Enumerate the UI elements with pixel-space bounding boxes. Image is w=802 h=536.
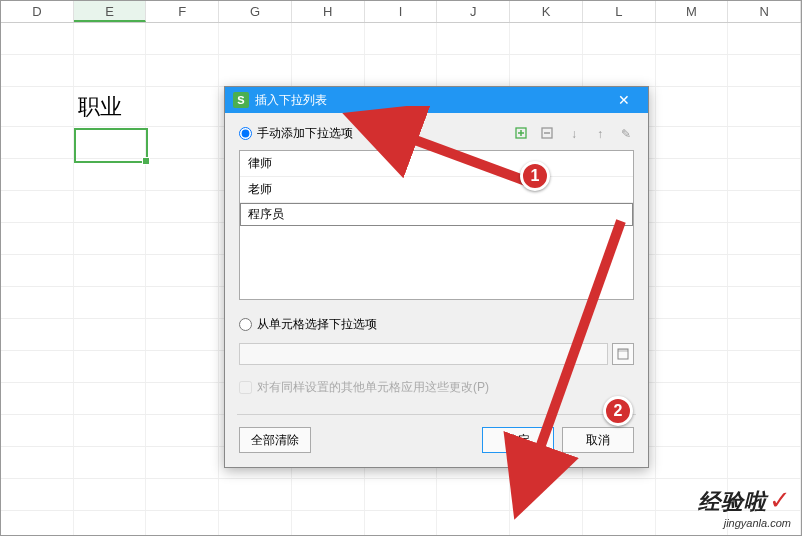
move-down-icon[interactable]: ↓ [566,126,582,142]
close-icon[interactable]: ✕ [608,92,640,108]
check-icon: ✓ [769,485,791,515]
divider [237,414,636,415]
svg-rect-3 [618,349,628,352]
apply-same-label: 对有同样设置的其他单元格应用这些更改(P) [257,379,489,396]
radio-cells-label: 从单元格选择下拉选项 [257,316,377,333]
watermark-text: 经验啦 [698,489,767,514]
move-up-icon[interactable]: ↑ [592,126,608,142]
radio-manual-input[interactable] [239,127,252,140]
col-header[interactable]: G [219,1,292,22]
options-list[interactable]: 律师 老师 [239,150,634,300]
list-item-editing[interactable] [240,203,633,226]
col-header[interactable]: N [728,1,801,22]
annotation-badge-2: 2 [603,396,633,426]
col-header[interactable]: F [146,1,219,22]
col-header[interactable]: I [365,1,438,22]
list-item-input[interactable] [248,208,625,222]
col-header[interactable]: E [74,1,147,22]
cell-range-input [239,343,608,365]
radio-cells-input[interactable] [239,318,252,331]
radio-from-cells[interactable]: 从单元格选择下拉选项 [239,316,634,333]
add-item-icon[interactable] [514,126,530,142]
watermark-url: jingyanla.com [698,517,791,529]
column-headers: D E F G H I J K L M N [1,1,801,23]
col-header[interactable]: J [437,1,510,22]
annotation-badge-1: 1 [520,161,550,191]
radio-manual-label: 手动添加下拉选项 [257,125,353,142]
app-icon: S [233,92,249,108]
col-header[interactable]: H [292,1,365,22]
ok-button[interactable]: 确定 [482,427,554,453]
col-header[interactable]: M [656,1,729,22]
radio-manual-add[interactable]: 手动添加下拉选项 [239,125,514,142]
col-header[interactable]: L [583,1,656,22]
delete-item-icon[interactable] [540,126,556,142]
edit-item-icon[interactable]: ✎ [618,126,634,142]
cell-label[interactable]: 职业 [74,87,147,126]
clear-all-button[interactable]: 全部清除 [239,427,311,453]
dialog-titlebar[interactable]: S 插入下拉列表 ✕ [225,87,648,113]
dialog-title: 插入下拉列表 [255,92,608,109]
list-item[interactable]: 老师 [240,177,633,203]
col-header[interactable]: K [510,1,583,22]
cancel-button[interactable]: 取消 [562,427,634,453]
apply-same-checkbox [239,381,252,394]
list-item[interactable]: 律师 [240,151,633,177]
col-header[interactable]: D [1,1,74,22]
watermark: 经验啦✓ jingyanla.com [698,485,791,529]
cell-range-picker-icon[interactable] [612,343,634,365]
insert-dropdown-dialog: S 插入下拉列表 ✕ 手动添加下拉选项 ↓ ↑ ✎ 律师 [224,86,649,468]
